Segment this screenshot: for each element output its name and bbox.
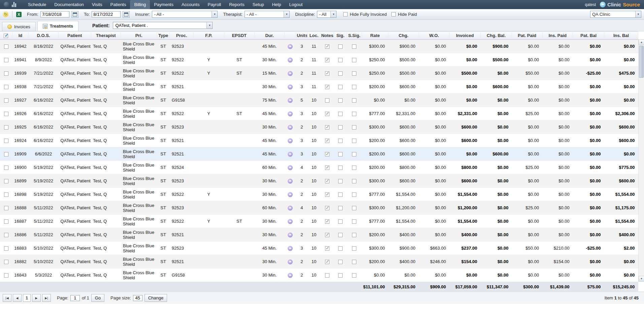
col-header-pat_bal[interactable]: Pat. Bal <box>573 32 604 40</box>
menu-item-help[interactable]: Help <box>268 0 285 9</box>
row-select-checkbox[interactable] <box>4 206 8 210</box>
note-icon[interactable] <box>288 219 293 224</box>
table-row[interactable]: 168865/11/2022QATest, PatientTest, QBlue… <box>0 228 638 242</box>
note-icon[interactable] <box>288 152 293 157</box>
row-select-checkbox[interactable] <box>4 58 8 62</box>
next-page-button[interactable]: ▶ <box>32 294 41 302</box>
col-header-id[interactable]: Id <box>12 32 28 40</box>
row-select-checkbox[interactable] <box>4 233 8 237</box>
table-row[interactable]: 168985/19/2022QATest, PatientTest, QBlue… <box>0 188 638 201</box>
tab-invoices[interactable]: Invoices <box>2 22 36 31</box>
table-row[interactable]: 168835/10/2022QATest, PatientTest, QBlue… <box>0 242 638 255</box>
discipline-dropdown[interactable]: - All ▼ <box>317 11 336 18</box>
logged-in-username[interactable]: qatest <box>585 2 596 7</box>
table-row[interactable]: 168885/11/2022QATest, PatientTest, QBlue… <box>0 201 638 215</box>
col-header-ssig[interactable]: S.Sig. <box>347 32 362 40</box>
table-row[interactable]: 169256/16/2022QATest, PatientTest, QBlue… <box>0 120 638 134</box>
table-row[interactable]: 169266/16/2022QATest, PatientTest, QBlue… <box>0 107 638 120</box>
menu-item-logout[interactable]: Logout <box>285 0 307 9</box>
insurer-dropdown[interactable]: - All - ▼ <box>152 11 218 18</box>
vertical-scrollbar[interactable]: ▲ ▼ <box>638 39 644 282</box>
row-select-checkbox[interactable] <box>4 273 8 278</box>
row-select-checkbox[interactable] <box>4 152 8 156</box>
row-select-checkbox[interactable] <box>4 139 8 143</box>
col-header-sel[interactable] <box>0 32 12 40</box>
chevron-down-icon[interactable]: ▼ <box>284 11 289 17</box>
clinic-dropdown[interactable]: QA Clinic ▼ <box>590 11 641 18</box>
prev-page-button[interactable]: ◀ <box>13 294 22 302</box>
table-row[interactable]: 168995/19/2022QATest, PatientTest, QBlue… <box>0 174 638 188</box>
col-header-chg[interactable]: Chg. <box>388 32 419 40</box>
scroll-down-icon[interactable]: ▼ <box>639 276 644 282</box>
table-row[interactable]: 169005/19/2022QATest, PatientTest, QBlue… <box>0 161 638 174</box>
row-select-checkbox[interactable] <box>4 98 8 103</box>
menu-item-visits[interactable]: Visits <box>88 0 106 9</box>
row-select-checkbox[interactable] <box>4 179 8 183</box>
table-row[interactable]: 169246/16/2022QATest, PatientTest, QBlue… <box>0 134 638 147</box>
current-page-button[interactable]: 1 <box>23 294 31 302</box>
to-date-input[interactable] <box>92 11 121 17</box>
menu-item-accounts[interactable]: Accounts <box>178 0 203 9</box>
last-page-button[interactable]: ▶| <box>42 294 51 302</box>
menu-item-documentation[interactable]: Documentation <box>50 0 88 9</box>
col-header-notes[interactable]: Notes <box>320 32 334 40</box>
stats-chart-icon[interactable] <box>12 2 18 7</box>
chevron-down-icon[interactable]: ▼ <box>206 22 212 29</box>
to-calendar-button[interactable] <box>123 11 130 18</box>
table-row[interactable]: 169096/6/2022QATest, PatientTest, QBlue … <box>0 147 638 161</box>
patient-combobox[interactable]: ▼ <box>113 22 213 29</box>
row-select-checkbox[interactable] <box>4 44 8 49</box>
excel-export-icon[interactable]: X <box>16 12 22 17</box>
hide-paid-checkbox[interactable] <box>391 12 396 16</box>
refresh-icon[interactable]: ↻ <box>3 11 8 17</box>
col-header-proc[interactable]: Proc. <box>170 32 194 40</box>
row-select-checkbox[interactable] <box>4 260 8 264</box>
table-row[interactable]: 168875/11/2022QATest, PatientTest, QBlue… <box>0 215 638 228</box>
note-icon[interactable] <box>288 58 293 63</box>
col-header-fp[interactable]: F.P. <box>193 32 224 40</box>
note-icon[interactable] <box>288 98 293 103</box>
go-button[interactable]: Go <box>91 294 104 302</box>
col-header-therapist[interactable]: Therapist <box>91 32 121 40</box>
menu-item-payments[interactable]: Payments <box>150 0 178 9</box>
patient-input[interactable] <box>113 22 206 29</box>
col-header-dur[interactable]: Dur. <box>255 32 285 40</box>
menu-item-patients[interactable]: Patients <box>106 0 130 9</box>
col-header-chg_bal[interactable]: Chg. Bal. <box>481 32 512 40</box>
therapist-dropdown[interactable]: - All - ▼ <box>245 11 290 18</box>
col-header-sig[interactable]: Sig. <box>334 32 347 40</box>
menu-item-schedule[interactable]: Schedule <box>24 0 50 9</box>
table-row[interactable]: 169387/21/2022QATest, PatientTest, QBlue… <box>0 80 638 94</box>
from-calendar-button[interactable] <box>71 11 78 18</box>
note-icon[interactable] <box>288 138 293 143</box>
first-page-button[interactable]: |◀ <box>3 294 11 302</box>
change-button[interactable]: Change <box>144 294 167 302</box>
table-row[interactable]: 169276/16/2022QATest, PatientTest, QBlue… <box>0 94 638 107</box>
chevron-down-icon[interactable]: ▼ <box>635 11 641 17</box>
col-header-dos[interactable]: D.O.S. <box>29 32 59 40</box>
chevron-down-icon[interactable]: ▼ <box>330 11 336 17</box>
menu-item-billing[interactable]: Billing <box>130 0 150 9</box>
menu-item-reports[interactable]: Reports <box>225 0 249 9</box>
col-header-invoiced[interactable]: Invoiced <box>449 32 481 40</box>
hide-fully-invoiced-checkbox[interactable] <box>343 12 348 16</box>
page-number-input[interactable] <box>70 295 80 301</box>
tab-treatments[interactable]: Treatments <box>37 21 78 31</box>
row-select-checkbox[interactable] <box>4 112 8 116</box>
col-header-units[interactable]: Units <box>296 32 308 40</box>
menu-item-setup[interactable]: Setup <box>249 0 268 9</box>
col-header-nicon[interactable] <box>284 32 296 40</box>
menu-item-payroll[interactable]: Payroll <box>203 0 225 9</box>
table-row[interactable]: 168435/3/2022QATest, PatientTest, QBlue … <box>0 268 638 282</box>
table-row[interactable]: 168825/10/2022QATest, PatientTest, QBlue… <box>0 255 638 268</box>
table-row[interactable]: 169397/21/2022QATest, PatientTest, QBlue… <box>0 67 638 80</box>
note-icon[interactable] <box>288 111 293 116</box>
col-header-patient[interactable]: Patient <box>58 32 91 40</box>
note-icon[interactable] <box>288 246 293 251</box>
row-select-checkbox[interactable] <box>4 192 8 197</box>
row-select-checkbox[interactable] <box>4 166 8 170</box>
col-header-ins_paid[interactable]: Ins. Paid <box>542 32 573 40</box>
note-icon[interactable] <box>288 259 293 264</box>
note-icon[interactable] <box>288 84 293 89</box>
col-header-type[interactable]: Type <box>157 32 170 40</box>
